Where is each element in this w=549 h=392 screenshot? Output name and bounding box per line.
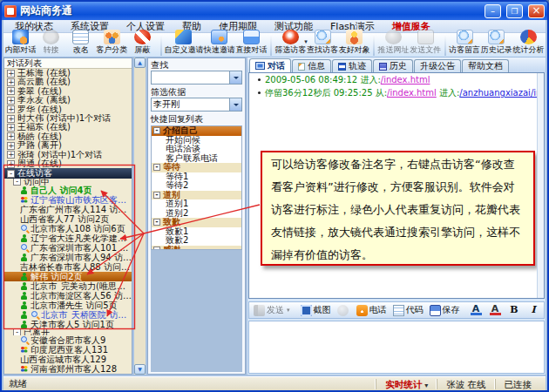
chevron-down-icon[interactable] bbox=[229, 98, 241, 111]
expand-icon[interactable] bbox=[7, 124, 15, 132]
collapse-icon[interactable] bbox=[7, 170, 15, 178]
contact-row[interactable]: 杨皓 (在线) bbox=[4, 132, 132, 141]
collapse-icon[interactable] bbox=[153, 219, 160, 226]
visitor-row[interactable]: 北京市海淀区客人56 访问2页 bbox=[4, 291, 132, 301]
search-input[interactable] bbox=[152, 71, 229, 84]
contact-row[interactable]: 张琦 (对话中)1个对话 bbox=[4, 151, 132, 159]
toolbar-button[interactable]: 客户分类 bbox=[96, 33, 128, 57]
quick-reply-group[interactable]: 等待 bbox=[152, 163, 241, 172]
contact-row[interactable]: 尹路 (离开) bbox=[4, 141, 132, 150]
visitor-row[interactable]: 广东省广州市客人114 访问1页 bbox=[4, 205, 132, 214]
search-combobox[interactable] bbox=[151, 71, 242, 84]
toolbar-button[interactable]: 内部对话 bbox=[4, 33, 37, 57]
quick-reply-item[interactable]: 道别1 bbox=[152, 199, 241, 209]
expand-icon[interactable] bbox=[7, 115, 15, 123]
expand-icon[interactable] bbox=[7, 151, 15, 159]
visitor-row[interactable]: 吉林省长春市客人88 访问2页 bbox=[4, 262, 132, 272]
visitor-row[interactable]: 山西省客人77 访问2页 bbox=[4, 214, 132, 224]
visitor-row[interactable]: 天津市客人5 访问1页 bbox=[4, 320, 132, 329]
contact-row[interactable]: 王栋海 (在线) bbox=[4, 69, 132, 78]
toolbar-button[interactable] bbox=[270, 34, 272, 56]
online-visitors-header[interactable]: 在线访客 bbox=[4, 168, 132, 179]
chat-segment[interactable]: /anzhuangxiazai/index.html bbox=[459, 88, 545, 98]
visitor-row[interactable]: 辽宁省鞍山市铁东区客人121… bbox=[4, 195, 132, 205]
visitor-row[interactable]: 北京市潘先生 访问5页 bbox=[4, 301, 132, 310]
departed-visitor-row[interactable]: 安徽省合肥市客人9 bbox=[4, 335, 132, 345]
expand-icon[interactable] bbox=[7, 142, 15, 150]
departed-visitor-row[interactable]: 印度尼西亚客人131 bbox=[4, 345, 132, 355]
expand-icon[interactable] bbox=[7, 160, 15, 168]
scroll-down-button[interactable]: ▼ bbox=[134, 364, 146, 375]
collapse-icon[interactable] bbox=[153, 164, 160, 171]
toolbar-button[interactable]: 访客留言 bbox=[449, 33, 481, 57]
quick-reply-group[interactable]: 致歉 bbox=[152, 218, 241, 227]
expand-icon[interactable] bbox=[7, 97, 15, 105]
visitor-row[interactable]: 广东省深圳市客人94 访问2页 bbox=[4, 253, 132, 262]
scroll-up-button[interactable]: ▲ bbox=[134, 57, 146, 68]
restore-button[interactable] bbox=[506, 4, 523, 18]
format-button[interactable]: 截图 bbox=[298, 303, 334, 317]
format-button[interactable] bbox=[335, 304, 353, 317]
quick-reply-item[interactable]: 致歉2 bbox=[152, 236, 241, 246]
expand-icon[interactable] bbox=[7, 78, 15, 86]
chevron-down-icon[interactable] bbox=[229, 71, 241, 84]
contact-row[interactable]: 姜翠 (在线) bbox=[4, 87, 132, 96]
expand-icon[interactable] bbox=[7, 132, 15, 140]
departed-group-row[interactable]: 已离开 bbox=[4, 329, 132, 335]
expand-icon[interactable] bbox=[7, 70, 15, 78]
tab[interactable]: 对话 bbox=[249, 58, 291, 72]
toolbar-button[interactable]: 改名 bbox=[66, 33, 96, 57]
realtime-stats-dropdown[interactable]: 实时统计 bbox=[376, 379, 437, 389]
toolbar-button[interactable] bbox=[373, 34, 375, 56]
visitor-row[interactable]: 广东省深圳市客人101 访问12页 bbox=[4, 243, 132, 253]
tab[interactable]: 帮助文档 bbox=[462, 59, 509, 72]
visitor-row[interactable]: 辽宁省大连凡美化学建材 访问… bbox=[4, 233, 132, 243]
left-panel-scrollbar[interactable]: ▲ ▼ bbox=[134, 57, 146, 375]
expand-icon[interactable] bbox=[7, 105, 15, 113]
tab[interactable]: 升级公告 bbox=[414, 59, 461, 72]
message-input-area[interactable] bbox=[248, 321, 545, 374]
toolbar-button[interactable] bbox=[444, 34, 446, 56]
format-button[interactable]: A bbox=[487, 304, 505, 316]
collapse-icon[interactable] bbox=[13, 329, 21, 335]
quick-reply-group[interactable]: 介绍自己 bbox=[152, 126, 241, 136]
chat-segment[interactable]: /index.html bbox=[381, 75, 430, 84]
visitor-row[interactable]: 北京市_天桥医院 访问1页 bbox=[4, 310, 132, 320]
format-button[interactable]: A bbox=[468, 304, 486, 316]
tab[interactable]: 历史 bbox=[373, 59, 413, 72]
quick-reply-item[interactable]: 等待2 bbox=[152, 181, 241, 191]
visitor-row[interactable]: 自己人 访问4页 bbox=[4, 186, 132, 195]
toolbar-button[interactable]: 查找访客 bbox=[307, 33, 339, 57]
visitor-row[interactable]: 解伟 访问2页 bbox=[4, 272, 132, 281]
tab[interactable]: 信息 bbox=[292, 59, 331, 72]
format-button[interactable]: 保存 bbox=[427, 303, 463, 317]
toolbar-button[interactable]: 筛选访客 bbox=[274, 33, 307, 57]
format-button[interactable]: B bbox=[506, 304, 525, 317]
contact-row[interactable]: 罗华 (在线) bbox=[4, 105, 132, 114]
collapse-icon[interactable] bbox=[153, 127, 160, 134]
toolbar-button[interactable]: 统计分析 bbox=[512, 33, 545, 57]
toolbar-button[interactable] bbox=[160, 34, 162, 56]
minimize-button[interactable] bbox=[485, 4, 501, 18]
chat-scrollbar[interactable] bbox=[537, 73, 544, 298]
format-button[interactable]: 电话 bbox=[354, 303, 390, 317]
close-button[interactable] bbox=[528, 4, 545, 18]
expand-icon[interactable] bbox=[7, 87, 15, 95]
departed-visitor-row[interactable]: 河南省郑州市客人128 bbox=[4, 364, 132, 374]
contact-row[interactable]: 王福东 (在线) bbox=[4, 123, 132, 132]
quick-reply-item[interactable]: 电话洽谈 bbox=[152, 145, 241, 154]
toolbar-button[interactable]: 快速邀请 bbox=[203, 33, 235, 57]
toolbar-button[interactable]: 历史记录 bbox=[480, 33, 512, 57]
departed-visitor-row[interactable]: 山西省运城市客人129 bbox=[4, 355, 132, 364]
collapse-icon[interactable] bbox=[13, 179, 21, 185]
visiting-group-row[interactable]: 访问中 bbox=[4, 179, 132, 185]
visitor-row[interactable]: 北京市_完美动力(唯思凯) 访… bbox=[4, 281, 132, 291]
contact-row[interactable]: 李永友 (离线) bbox=[4, 96, 132, 105]
visitor-row[interactable]: 北京市客人108 访问6页 bbox=[4, 224, 132, 233]
format-button[interactable]: I bbox=[525, 304, 544, 317]
tab[interactable]: 轨迹 bbox=[332, 59, 372, 72]
format-button[interactable]: 代码 bbox=[390, 303, 426, 317]
chat-segment[interactable]: /index.html bbox=[387, 88, 437, 98]
contact-row[interactable]: 时大伟 (对话中)1个对话 bbox=[4, 114, 132, 123]
collapse-icon[interactable] bbox=[153, 192, 160, 199]
